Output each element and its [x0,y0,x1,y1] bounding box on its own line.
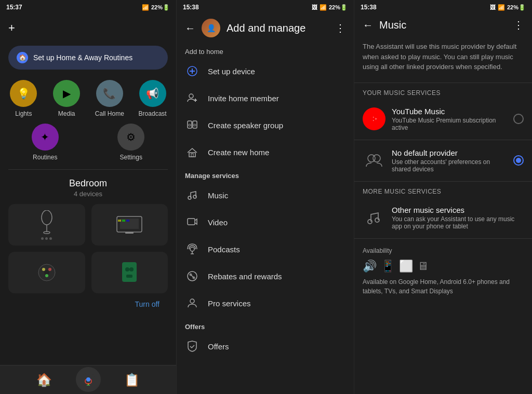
back-button-3[interactable]: ← [363,19,373,31]
time-2: 15:38 [183,4,199,11]
podcasts-service-item[interactable]: Podcasts [177,236,354,263]
quick-actions-grid: 💡 Lights ▶ Media 📞 Call Home 📢 Broadcast [0,74,176,124]
other-music-services-item[interactable]: Other music services You can ask your As… [354,199,532,236]
svg-rect-33 [191,154,193,157]
svg-point-19 [86,377,90,382]
speaker-group-icon [185,118,200,132]
availability-desc: Available on Google Home, Android 6.0+ p… [363,277,524,296]
invite-home-member-item[interactable]: Invite home member [177,85,354,112]
podcasts-icon [185,242,200,256]
settings-icon: ⚙ [117,124,144,151]
music-description: The Assistant will use this music provid… [354,37,532,80]
availability-title: Availability [363,247,524,254]
lights-icon: 💡 [10,80,37,107]
no-default-info: No default provider Use other accounts' … [392,148,507,173]
settings-item[interactable]: ⚙ Settings [117,124,144,161]
music-service-icon [185,188,200,202]
add-manage-panel: 15:38 🖼 📶 22%🔋 ← 👤 Add and manage ⋮ Add … [177,0,354,394]
device-card-1[interactable] [8,204,85,246]
no-default-name: No default provider [392,148,507,157]
svg-point-29 [189,124,191,126]
more-options-3[interactable]: ⋮ [513,19,524,31]
lights-item[interactable]: 💡 Lights [4,80,43,117]
music-service-item[interactable]: Music [177,182,354,209]
svg-point-37 [190,247,194,251]
svg-point-15 [125,267,129,271]
video-label: Video [208,218,228,227]
svg-point-11 [42,268,45,271]
wifi-icon-3: 📶 [498,4,505,11]
settings-label: Settings [120,154,142,161]
manage-services-header: Manage services [177,166,354,182]
svg-rect-14 [122,262,137,282]
invite-home-member-label: Invite home member [208,94,279,103]
svg-rect-32 [189,153,195,157]
rebates-label: Rebates and rewards [208,272,282,281]
svg-point-0 [42,210,52,225]
outlet-icon [120,261,139,284]
offers-header: Offers [177,317,354,333]
video-service-item[interactable]: Video [177,209,354,236]
no-default-radio[interactable] [513,155,524,166]
back-button[interactable]: ← [185,22,195,34]
svg-point-44 [190,299,194,303]
no-default-provider-item[interactable]: No default provider Use other accounts' … [354,142,532,179]
divider-1 [8,169,168,170]
other-music-name: Other music services [392,206,524,214]
create-new-home-item[interactable]: Create new home [177,139,354,166]
routines-label: Routines [33,154,57,161]
availability-icons: 🔊 📱 ⬜ 🖥 [363,260,524,273]
device-card-2[interactable] [91,204,168,246]
turn-off-button[interactable]: Turn off [127,300,168,308]
bottom-nav: 🏠 📋 [0,365,176,394]
svg-point-31 [194,124,196,126]
youtube-music-radio[interactable] [513,114,524,124]
routines-item[interactable]: ✦ Routines [32,124,59,161]
call-home-item[interactable]: 📞 Call Home [90,80,129,117]
create-speaker-group-item[interactable]: Create speaker group [177,112,354,139]
offers-item[interactable]: Offers [177,333,354,360]
media-label: Media [58,110,75,117]
status-bar-1: 15:37 📶 22%🔋 [0,0,176,15]
more-options-button[interactable]: ⋮ [335,22,345,34]
svg-point-2 [44,232,50,234]
device-card-4[interactable] [91,252,168,293]
rebates-item[interactable]: Rebates and rewards [177,263,354,290]
time-1: 15:37 [6,4,22,11]
divider-3d [354,238,532,239]
youtube-music-sub: YouTube Music Premium subscription activ… [392,117,507,131]
battery-text: 22%🔋 [151,4,170,11]
list-nav-icon[interactable]: 📋 [124,373,140,387]
other-music-sub: You can ask your Assistant to use any mu… [392,215,524,230]
no-default-sub: Use other accounts' preferences on share… [392,158,507,173]
device-card-3[interactable] [8,252,85,293]
create-speaker-group-label: Create speaker group [208,121,283,130]
set-up-device-item[interactable]: Set up device [177,58,354,85]
home-nav-icon[interactable]: 🏠 [36,373,52,387]
new-home-icon [185,145,200,159]
status-icons-2: 🖼 📶 22%🔋 [312,4,348,11]
svg-rect-6 [118,220,121,222]
pro-services-item[interactable]: Pro services [177,290,354,317]
wifi-icon: 📶 [142,4,149,11]
svg-point-49 [373,155,380,162]
music-panel: 15:38 🖼 📶 22%🔋 ← Music ⋮ The Assistant w… [354,0,532,394]
youtube-music-item[interactable]: YouTube Music YouTube Music Premium subs… [354,101,532,138]
setup-button[interactable]: 🏠 Set up Home & Away Routines [8,46,168,70]
your-music-services-title: Your music services [354,85,532,101]
mic-fab[interactable] [76,367,101,392]
svg-point-12 [48,268,51,271]
room-title: Bedroom [0,178,176,189]
tv-avail-icon: 🖥 [417,260,429,273]
broadcast-item[interactable]: 📢 Broadcast [133,80,172,117]
grid-row2: ✦ Routines ⚙ Settings [0,124,176,165]
media-item[interactable]: ▶ Media [47,80,86,117]
home-away-icon: 🏠 [17,52,28,63]
svg-rect-28 [188,121,192,128]
status-icons-3: 🖼 📶 22%🔋 [490,4,526,11]
svg-point-47 [373,117,376,120]
user-avatar: 👤 [202,19,220,37]
add-icon[interactable]: + [8,21,15,35]
video-service-icon [185,215,200,229]
photo-icon-2: 🖼 [312,4,317,10]
